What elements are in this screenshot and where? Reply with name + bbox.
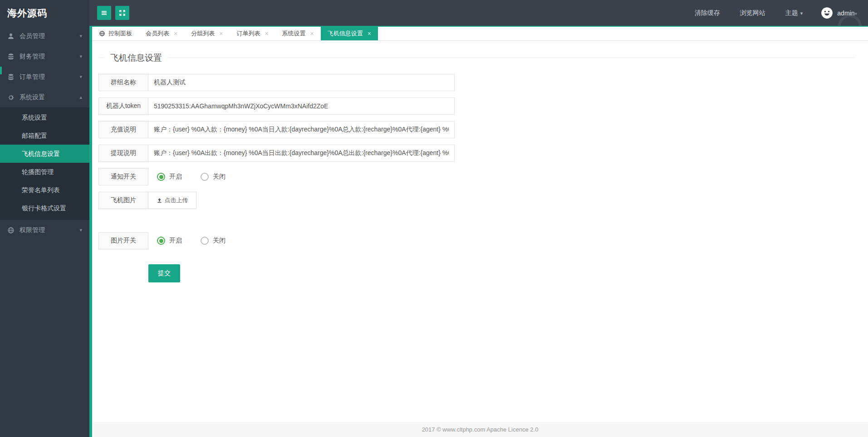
browse-site-link[interactable]: 浏览网站 xyxy=(740,9,765,17)
chevron-down-icon: ▾ xyxy=(79,33,82,39)
fullscreen-icon xyxy=(119,10,126,16)
fullscreen-button[interactable] xyxy=(115,6,129,20)
topbar: 清除缓存 浏览网站 主题▾ admin▾ xyxy=(89,0,868,26)
user-icon xyxy=(7,33,15,40)
sidebar-item-label: 系统设置 xyxy=(20,93,45,102)
radio-checked-icon xyxy=(157,173,165,181)
radio-checked-icon xyxy=(157,237,165,245)
sidebar: 海外源码 会员管理 ▾ 财务管理 ▾ 订单管理 ▾ 系 xyxy=(0,0,89,437)
sidebar-edge-accent xyxy=(0,67,2,74)
tab-label: 飞机信息设置 xyxy=(328,29,363,38)
close-icon[interactable]: × xyxy=(265,30,268,37)
plane-image-label: 飞机图片 xyxy=(98,192,148,209)
tab-dashboard[interactable]: 控制面板 xyxy=(92,27,139,40)
tab-label: 分组列表 xyxy=(191,29,215,38)
sidebar-item-label: 财务管理 xyxy=(20,53,45,61)
sidebar-item-permissions[interactable]: 权限管理 ▾ xyxy=(0,220,89,240)
sidebar-item-system-settings[interactable]: 系统设置 ▴ xyxy=(0,87,89,107)
form-row-plane-image: 飞机图片 点击上传 xyxy=(98,192,859,209)
sidebar-item-label: 权限管理 xyxy=(20,226,45,234)
radio-label: 关闭 xyxy=(213,173,226,181)
content-panel: 飞机信息设置 群组名称 机器人token 充值说明 xyxy=(92,41,868,422)
notify-switch-label: 通知开关 xyxy=(98,168,148,185)
theme-dropdown[interactable]: 主题▾ xyxy=(785,9,803,17)
workspace: 控制面板 会员列表 × 分组列表 × 订单列表 × 系统设置 × xyxy=(89,26,868,437)
form-row-withdraw-desc: 提现说明 xyxy=(98,145,859,162)
footer: 2017 © www.cltphp.com Apache Licence 2.0 xyxy=(92,422,868,437)
bot-token-label: 机器人token xyxy=(98,97,148,115)
close-icon[interactable]: × xyxy=(310,30,314,37)
form-row-image-switch: 图片开关 开启 关闭 xyxy=(98,232,859,249)
tab-plane-info-settings[interactable]: 飞机信息设置 × xyxy=(321,27,378,40)
radio-label: 开启 xyxy=(169,237,182,245)
chevron-down-icon: ▾ xyxy=(79,53,82,59)
tab-member-list[interactable]: 会员列表 × xyxy=(139,27,184,40)
form-row-bot-token: 机器人token xyxy=(98,97,859,115)
notify-switch-radio-group: 开启 关闭 xyxy=(157,168,244,185)
submit-button[interactable]: 提交 xyxy=(148,264,180,282)
chevron-down-icon: ▾ xyxy=(79,74,82,80)
sidebar-item-orders[interactable]: 订单管理 ▾ xyxy=(0,67,89,87)
sidebar-subitem-plane-info-settings[interactable]: 飞机信息设置 xyxy=(0,145,89,163)
sidebar-subitem-system-settings[interactable]: 系统设置 xyxy=(0,108,89,126)
sidebar-subitem-email-config[interactable]: 邮箱配置 xyxy=(0,126,89,145)
image-switch-on-radio[interactable]: 开启 xyxy=(157,237,182,245)
gear-icon xyxy=(7,94,15,101)
group-name-input[interactable] xyxy=(148,74,455,91)
sidebar-subitem-bank-card-format[interactable]: 银行卡格式设置 xyxy=(0,199,89,217)
avatar[interactable] xyxy=(821,7,833,19)
footer-copyright: 2017 © www.cltphp.com Apache Licence 2.0 xyxy=(422,426,539,433)
tab-label: 会员列表 xyxy=(146,29,169,38)
database-icon xyxy=(7,73,15,81)
main-area: 清除缓存 浏览网站 主题▾ admin▾ 控制面板 xyxy=(89,0,868,437)
app-window: 海外源码 会员管理 ▾ 财务管理 ▾ 订单管理 ▾ 系 xyxy=(0,0,868,437)
recharge-desc-input[interactable] xyxy=(148,121,455,138)
image-switch-radio-group: 开启 关闭 xyxy=(157,232,244,249)
sidebar-item-members[interactable]: 会员管理 ▾ xyxy=(0,26,89,46)
notify-switch-off-radio[interactable]: 关闭 xyxy=(201,173,226,181)
withdraw-desc-label: 提现说明 xyxy=(98,145,148,162)
radio-unchecked-icon xyxy=(201,173,209,181)
recharge-desc-label: 充值说明 xyxy=(98,121,148,138)
section-divider: 飞机信息设置 xyxy=(98,58,855,58)
upload-icon xyxy=(157,198,162,204)
withdraw-desc-input[interactable] xyxy=(148,145,455,162)
globe-icon xyxy=(7,227,15,234)
sidebar-item-finance[interactable]: 财务管理 ▾ xyxy=(0,46,89,67)
chevron-down-icon: ▾ xyxy=(800,10,803,16)
bot-token-input[interactable] xyxy=(148,97,455,115)
sidebar-item-label: 订单管理 xyxy=(20,73,45,81)
app-logo: 海外源码 xyxy=(0,0,89,26)
sidebar-subitem-honor-list[interactable]: 荣誉名单列表 xyxy=(0,181,89,199)
group-name-label: 群组名称 xyxy=(98,74,148,91)
sidebar-subitem-carousel-management[interactable]: 轮播图管理 xyxy=(0,163,89,181)
database-icon xyxy=(7,53,15,60)
clear-cache-link[interactable]: 清除缓存 xyxy=(695,9,720,17)
image-switch-off-radio[interactable]: 关闭 xyxy=(201,237,226,245)
form-row-group-name: 群组名称 xyxy=(98,74,859,91)
sidebar-submenu-system-settings: 系统设置 邮箱配置 飞机信息设置 轮播图管理 荣誉名单列表 银行卡格式设置 xyxy=(0,107,89,220)
page-title: 飞机信息设置 xyxy=(105,52,167,64)
radio-label: 开启 xyxy=(169,173,182,181)
close-icon[interactable]: × xyxy=(368,30,371,37)
notify-switch-on-radio[interactable]: 开启 xyxy=(157,173,182,181)
topbar-right: 清除缓存 浏览网站 主题▾ admin▾ xyxy=(675,7,857,19)
upload-button[interactable]: 点击上传 xyxy=(148,192,196,209)
globe-icon xyxy=(99,30,105,37)
close-icon[interactable]: × xyxy=(219,30,223,37)
sidebar-toggle-button[interactable] xyxy=(97,6,111,20)
tab-group-list[interactable]: 分组列表 × xyxy=(184,27,230,40)
image-switch-label: 图片开关 xyxy=(98,232,148,249)
tabbar: 控制面板 会员列表 × 分组列表 × 订单列表 × 系统设置 × xyxy=(92,26,868,41)
close-icon[interactable]: × xyxy=(174,30,177,37)
upload-button-label: 点击上传 xyxy=(165,196,188,204)
tab-order-list[interactable]: 订单列表 × xyxy=(230,27,275,40)
form-row-notify-switch: 通知开关 开启 关闭 xyxy=(98,168,859,185)
tab-system-settings[interactable]: 系统设置 × xyxy=(275,27,321,40)
radio-label: 关闭 xyxy=(213,237,226,245)
sidebar-item-label: 会员管理 xyxy=(20,32,45,40)
menu-icon xyxy=(101,10,108,16)
form-row-recharge-desc: 充值说明 xyxy=(98,121,859,138)
radio-unchecked-icon xyxy=(201,237,209,245)
tab-label: 控制面板 xyxy=(108,29,132,38)
